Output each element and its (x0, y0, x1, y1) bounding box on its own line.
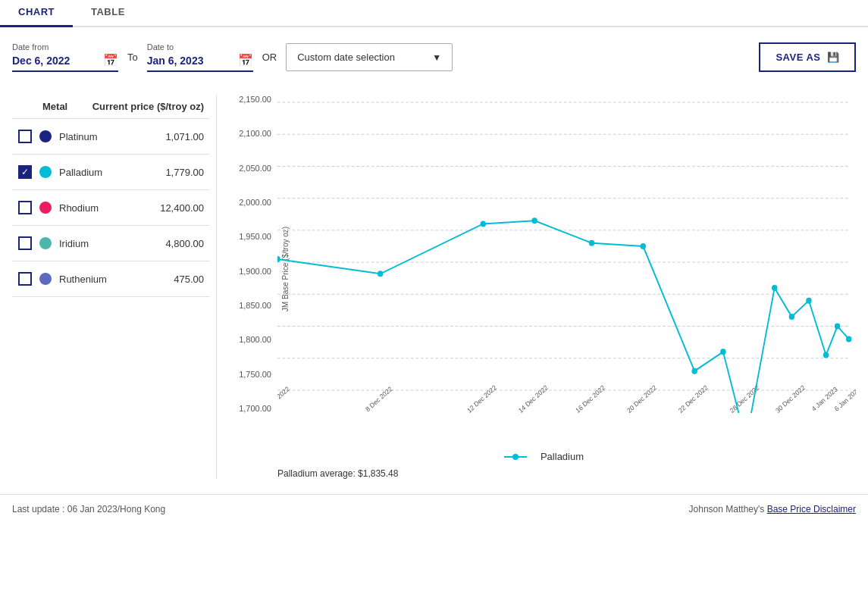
metal-color-dot (39, 273, 52, 285)
last-update: Last update : 06 Jan 2023/Hong Kong (12, 504, 165, 514)
custom-date-label: Custom date selection (297, 52, 395, 63)
svg-text:12 Dec 2022: 12 Dec 2022 (465, 383, 498, 413)
tab-chart[interactable]: CHART (0, 0, 73, 27)
calendar-to-icon[interactable]: 📅 (238, 53, 253, 67)
metal-checkbox[interactable] (18, 165, 32, 179)
date-filter-row: Date from Dec 6, 2022 📅 To Date to Jan 6… (0, 27, 868, 87)
svg-text:30 Dec 2022: 30 Dec 2022 (774, 383, 807, 413)
metal-name: Platinum (59, 131, 158, 142)
metal-name: Rhodium (59, 202, 152, 214)
svg-text:16 Dec 2022: 16 Dec 2022 (574, 383, 606, 413)
tab-bar: CHART TABLE (0, 0, 868, 27)
chevron-down-icon: ▼ (432, 52, 441, 63)
list-item: Platinum1,071.00 (12, 119, 210, 155)
svg-point-30 (772, 285, 777, 291)
svg-point-33 (823, 352, 829, 358)
svg-point-25 (589, 240, 594, 246)
list-item: Ruthenium475.00 (12, 261, 210, 297)
metal-color-dot (39, 130, 52, 142)
or-label: OR (262, 52, 277, 63)
svg-point-32 (806, 298, 811, 304)
y-axis-label: 1,750.00 (239, 370, 271, 379)
date-to-field: Date to Jan 6, 2023 📅 (147, 42, 253, 72)
list-item: Palladium1,779.00 (12, 155, 210, 190)
svg-point-26 (641, 243, 646, 249)
legend-line-svg (504, 452, 534, 461)
metal-price: 4,800.00 (165, 238, 204, 249)
metal-price: 1,779.00 (165, 167, 204, 178)
chart-area: 2,150.002,100.002,050.002,000.001,950.00… (217, 95, 856, 479)
metal-checkbox[interactable] (18, 272, 32, 286)
metal-name: Iridium (59, 238, 158, 249)
chart-legend: Palladium (232, 451, 856, 462)
save-as-label: SAVE AS (776, 52, 820, 63)
y-axis: 2,150.002,100.002,050.002,000.001,950.00… (232, 95, 277, 413)
calendar-from-icon[interactable]: 📅 (103, 53, 118, 67)
metal-table-header: Metal Current price ($/troy oz) (12, 95, 210, 119)
chart-inner: 6 Dec 20228 Dec 202212 Dec 202214 Dec 20… (277, 95, 856, 413)
date-to-value[interactable]: Jan 6, 2023 (147, 55, 204, 67)
list-item: Iridium4,800.00 (12, 226, 210, 261)
metal-color-dot (39, 166, 52, 178)
metal-color-dot (39, 237, 52, 249)
disclaimer: Johnson Matthey's Base Price Disclaimer (689, 504, 856, 514)
svg-text:20 Dec 2022: 20 Dec 2022 (625, 383, 658, 413)
metal-price: 1,071.00 (165, 131, 204, 142)
y-axis-label: 2,000.00 (239, 198, 271, 207)
y-axis-label: 2,100.00 (239, 129, 271, 138)
metal-price: 475.00 (174, 274, 204, 285)
metal-checkbox[interactable] (18, 201, 32, 214)
svg-point-24 (531, 217, 537, 224)
svg-point-22 (378, 271, 383, 277)
to-label: To (127, 52, 138, 63)
date-from-value[interactable]: Dec 6, 2022 (12, 55, 70, 67)
y-axis-label: 1,950.00 (239, 232, 271, 241)
metal-color-dot (39, 202, 52, 214)
svg-point-21 (277, 256, 280, 262)
save-as-button[interactable]: SAVE AS 💾 (759, 42, 856, 72)
metal-checkbox[interactable] (18, 130, 32, 143)
y-axis-label: 2,050.00 (239, 164, 271, 173)
chart-wrap: 2,150.002,100.002,050.002,000.001,950.00… (232, 95, 856, 443)
svg-text:8 Dec 2022: 8 Dec 2022 (364, 385, 393, 413)
list-item: Rhodium12,400.00 (12, 190, 210, 226)
svg-text:22 Dec 2022: 22 Dec 2022 (677, 383, 710, 413)
metal-checkbox[interactable] (18, 236, 32, 250)
svg-point-35 (846, 336, 851, 342)
svg-point-27 (691, 368, 697, 374)
y-axis-label: 1,850.00 (239, 301, 271, 310)
date-from-field: Date from Dec 6, 2022 📅 (12, 42, 118, 72)
disclaimer-prefix: Johnson Matthey's (689, 504, 765, 514)
svg-text:6 Dec 2022: 6 Dec 2022 (277, 385, 291, 413)
date-to-label: Date to (147, 42, 253, 52)
y-axis-label: 2,150.00 (239, 95, 271, 104)
svg-point-34 (835, 324, 840, 330)
metal-name: Ruthenium (59, 274, 166, 285)
y-axis-label: 1,800.00 (239, 335, 271, 344)
svg-point-28 (720, 349, 725, 355)
y-axis-label: 1,900.00 (239, 267, 271, 276)
tab-table[interactable]: TABLE (73, 0, 143, 26)
svg-point-37 (512, 454, 519, 460)
svg-point-23 (481, 220, 486, 227)
svg-text:14 Dec 2022: 14 Dec 2022 (517, 383, 550, 413)
average-text: Palladium average: $1,835.48 (232, 468, 856, 479)
footer: Last update : 06 Jan 2023/Hong Kong John… (0, 494, 868, 521)
col-metal-label: Metal (42, 101, 67, 112)
save-icon: 💾 (827, 52, 840, 63)
main-content: Metal Current price ($/troy oz) Platinum… (0, 87, 868, 486)
date-from-label: Date from (12, 42, 118, 52)
metal-list: Metal Current price ($/troy oz) Platinum… (12, 95, 217, 479)
svg-point-31 (789, 314, 794, 320)
y-axis-label: 1,700.00 (239, 404, 271, 413)
metal-name: Palladium (59, 167, 158, 178)
line-chart: 6 Dec 20228 Dec 202212 Dec 202214 Dec 20… (277, 95, 856, 413)
col-price-label: Current price ($/troy oz) (92, 101, 204, 112)
metal-price: 12,400.00 (160, 202, 204, 214)
disclaimer-link[interactable]: Base Price Disclaimer (767, 504, 856, 514)
legend-palladium-label: Palladium (541, 451, 584, 462)
custom-date-dropdown[interactable]: Custom date selection ▼ (286, 43, 453, 71)
